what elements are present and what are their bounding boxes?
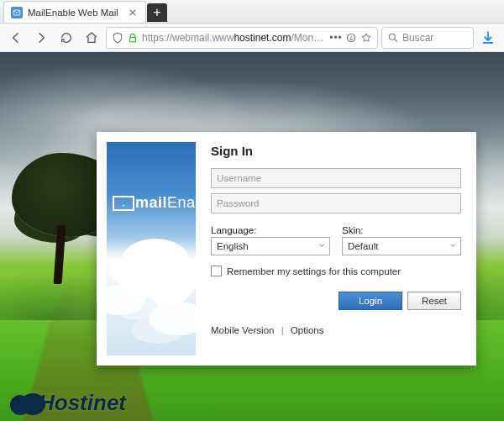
remember-checkbox[interactable]: Remember my settings for this computer: [211, 266, 461, 276]
svg-point-3: [389, 34, 395, 39]
reload-button[interactable]: [55, 27, 77, 49]
skin-value: Default: [348, 241, 378, 251]
svg-rect-1: [130, 37, 136, 41]
reader-icon[interactable]: [345, 32, 357, 44]
signin-heading: Sign In: [211, 144, 461, 158]
login-form: Sign In Language: English Skin:: [206, 132, 476, 366]
brand-logo: mailEnable: [113, 194, 196, 212]
chevron-down-icon: [449, 241, 457, 251]
page-viewport: mailEnable Sign In Language: English: [0, 52, 504, 421]
password-input[interactable]: [211, 193, 461, 213]
search-bar[interactable]: Buscar: [381, 27, 474, 49]
page-actions-icon[interactable]: •••: [330, 32, 342, 44]
cloud-icon: [8, 392, 45, 415]
brand-image: mailEnable: [107, 142, 196, 355]
skin-label: Skin:: [342, 225, 461, 235]
search-icon: [387, 32, 399, 44]
tab-close-icon[interactable]: [127, 7, 139, 18]
forward-button[interactable]: [30, 27, 52, 49]
bookmark-star-icon[interactable]: [360, 32, 372, 44]
login-button[interactable]: Login: [339, 292, 402, 310]
lock-icon: [127, 32, 139, 44]
browser-tab[interactable]: MailEnable Web Mail: [3, 1, 146, 23]
shield-icon: [112, 32, 123, 44]
language-label: Language:: [211, 225, 330, 235]
back-button[interactable]: [5, 27, 27, 49]
mobile-version-link[interactable]: Mobile Version: [211, 325, 274, 335]
envelope-icon: [113, 196, 134, 211]
new-tab-button[interactable]: +: [147, 3, 167, 22]
brand-pane: mailEnable: [97, 132, 206, 366]
skin-select[interactable]: Default: [342, 237, 461, 255]
footer-links: Mobile Version | Options: [211, 325, 461, 335]
url-bar[interactable]: https://webmail.wwwhostinet.com/Mondo/la…: [106, 27, 378, 49]
nav-bar: https://webmail.wwwhostinet.com/Mondo/la…: [0, 24, 504, 52]
search-placeholder: Buscar: [402, 32, 433, 44]
url-text: https://webmail.wwwhostinet.com/Mondo/la…: [142, 32, 327, 44]
watermark-logo: Hostinet: [8, 390, 126, 416]
checkbox-icon: [211, 266, 222, 276]
tab-title: MailEnable Web Mail: [28, 8, 118, 18]
remember-label: Remember my settings for this computer: [227, 266, 401, 276]
home-button[interactable]: [81, 27, 102, 49]
language-select[interactable]: English: [211, 237, 330, 255]
watermark-text: Hostinet: [39, 390, 126, 416]
language-value: English: [217, 241, 249, 251]
options-link[interactable]: Options: [291, 325, 324, 335]
login-panel: mailEnable Sign In Language: English: [97, 132, 476, 366]
username-input[interactable]: [211, 168, 461, 188]
chevron-down-icon: [318, 241, 326, 251]
tab-favicon-icon: [11, 7, 23, 18]
downloads-button[interactable]: [477, 27, 499, 49]
tab-strip: MailEnable Web Mail +: [0, 0, 504, 24]
reset-button[interactable]: Reset: [407, 292, 461, 310]
